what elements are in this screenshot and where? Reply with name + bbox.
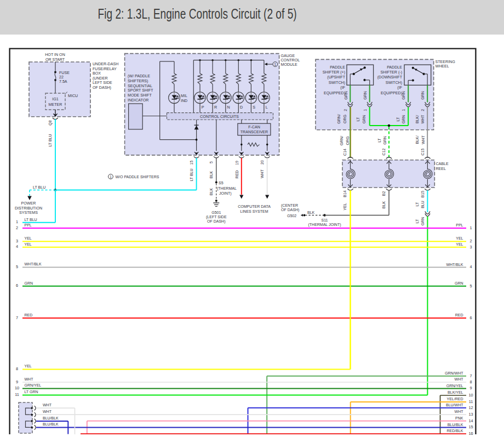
svg-text:GRN: GRN	[421, 91, 425, 100]
svg-text:1: 1	[469, 225, 472, 230]
svg-text:JOINT): JOINT)	[219, 191, 232, 196]
svg-text:PPL: PPL	[25, 223, 32, 227]
svg-text:BLU/WHT: BLU/WHT	[446, 403, 463, 407]
svg-text:MIL: MIL	[181, 94, 187, 98]
svg-text:IND: IND	[181, 99, 187, 103]
svg-text:SPORT SHIFT: SPORT SHIFT	[128, 88, 153, 93]
svg-text:PPL: PPL	[456, 223, 463, 227]
svg-text:LT BLU: LT BLU	[33, 185, 45, 190]
svg-text:SHIFTER (+): SHIFTER (+)	[323, 70, 345, 75]
svg-text:WHT: WHT	[455, 377, 464, 381]
svg-text:YEL: YEL	[25, 364, 32, 368]
svg-text:16: 16	[468, 431, 473, 436]
svg-text:B14: B14	[343, 190, 347, 197]
svg-text:YEL: YEL	[456, 242, 463, 246]
svg-text:P: P	[202, 105, 204, 110]
svg-text:WHT: WHT	[421, 115, 425, 124]
svg-text:S11: S11	[322, 218, 328, 222]
svg-text:R: R	[214, 105, 217, 110]
svg-text:8: 8	[469, 379, 472, 384]
svg-text:FUSE/RELAY: FUSE/RELAY	[93, 67, 117, 71]
svg-text:(DOWNSHIFT: (DOWNSHIFT	[377, 75, 403, 80]
svg-text:1: 1	[16, 219, 18, 224]
svg-text:GRN/YEL: GRN/YEL	[446, 384, 463, 388]
svg-text:YEL: YEL	[456, 236, 463, 240]
svg-text:(IF: (IF	[397, 86, 402, 90]
svg-text:PNK: PNK	[455, 416, 463, 420]
svg-text:8: 8	[16, 366, 18, 371]
svg-text:REEL: REEL	[436, 167, 446, 171]
svg-text:BLK/YEL: BLK/YEL	[448, 390, 463, 394]
svg-text:BLU/BLK: BLU/BLK	[43, 422, 59, 426]
svg-text:15: 15	[190, 161, 193, 165]
svg-text:B15: B15	[421, 191, 425, 198]
svg-text:LT: LT	[415, 219, 419, 223]
svg-text:BLK: BLK	[209, 188, 213, 196]
svg-text:LEFT SIDE: LEFT SIDE	[93, 81, 112, 85]
svg-text:EQUIPPED): EQUIPPED)	[324, 91, 345, 95]
svg-text:BLK: BLK	[382, 201, 386, 209]
svg-text:MICU: MICU	[68, 94, 78, 98]
svg-text:RED/BLK: RED/BLK	[447, 429, 463, 433]
svg-text:1: 1	[363, 109, 367, 111]
svg-text:SWITCH): SWITCH)	[386, 81, 402, 85]
svg-text:IG1: IG1	[52, 97, 58, 101]
svg-text:1: 1	[402, 109, 405, 111]
svg-text:G502: G502	[287, 214, 296, 218]
svg-text:2: 2	[344, 109, 348, 111]
svg-text:OF DASH): OF DASH)	[207, 219, 225, 224]
svg-text:LT BLU: LT BLU	[25, 218, 37, 222]
svg-text:SHIFTERS): SHIFTERS)	[128, 79, 148, 83]
svg-text:RED: RED	[455, 313, 463, 317]
svg-text:GRN: GRN	[421, 217, 425, 226]
svg-text:WHT: WHT	[43, 410, 52, 413]
svg-text:D: D	[240, 105, 243, 110]
svg-text:12: 12	[468, 405, 473, 410]
svg-text:SYSTEMS: SYSTEMS	[19, 211, 38, 215]
svg-text:L: L	[266, 105, 268, 110]
svg-text:WHT/BLK: WHT/BLK	[446, 263, 463, 266]
svg-text:CONTROL CIRCUITS: CONTROL CIRCUITS	[200, 114, 239, 119]
svg-text:OR START: OR START	[45, 58, 65, 62]
svg-text:GRN: GRN	[455, 281, 463, 285]
svg-text:WHT: WHT	[455, 410, 464, 413]
svg-text:LT BLU: LT BLU	[48, 134, 52, 146]
svg-text:Fig 2: 1.3L, Engine Controls C: Fig 2: 1.3L, Engine Controls Circuit (2 …	[98, 6, 297, 21]
svg-text:WHT: WHT	[421, 135, 425, 144]
svg-text:COMPUTER DATA: COMPUTER DATA	[238, 205, 271, 208]
svg-text:CABLE: CABLE	[436, 162, 449, 166]
svg-text:15: 15	[468, 424, 473, 429]
svg-text:INDICATOR: INDICATOR	[128, 98, 148, 103]
svg-text:10: 10	[15, 385, 19, 390]
svg-text:RED: RED	[25, 313, 33, 317]
svg-text:5: 5	[16, 264, 18, 269]
svg-text:GRN: GRN	[402, 91, 405, 100]
svg-text:ORG: ORG	[343, 115, 347, 123]
svg-text:GRN: GRN	[402, 115, 405, 124]
svg-text:SEQUENTIAL: SEQUENTIAL	[128, 84, 152, 88]
svg-text:DISTRIBUTION: DISTRIBUTION	[15, 206, 42, 211]
svg-text:GRN/YEL: GRN/YEL	[25, 383, 42, 387]
svg-text:(THERMAL JOINT): (THERMAL JOINT)	[308, 223, 341, 227]
svg-text:GRN/WHT: GRN/WHT	[445, 371, 463, 375]
svg-text:5: 5	[469, 283, 472, 288]
svg-text:METER: METER	[49, 103, 62, 107]
svg-text:3: 3	[16, 239, 18, 243]
svg-text:OF DASH): OF DASH)	[93, 86, 111, 90]
svg-text:6: 6	[16, 283, 18, 288]
svg-text:BLU/BLK: BLU/BLK	[448, 423, 463, 427]
svg-text:9: 9	[469, 385, 472, 390]
svg-text:11: 11	[469, 399, 473, 404]
svg-text:1: 1	[274, 63, 277, 66]
svg-text:PADDLE: PADDLE	[330, 65, 345, 70]
svg-text:YEL: YEL	[343, 203, 347, 210]
svg-text:W/O PADDLE SHIFTERS: W/O PADDLE SHIFTERS	[116, 175, 159, 179]
svg-text:GRN: GRN	[362, 115, 366, 124]
svg-text:BLK: BLK	[209, 171, 213, 179]
svg-text:EQUIPPED): EQUIPPED)	[381, 91, 402, 95]
svg-text:LT: LT	[415, 202, 419, 206]
svg-text:HOT IN ON: HOT IN ON	[45, 53, 65, 57]
svg-text:YEL/RED: YEL/RED	[447, 397, 463, 401]
svg-text:BLU: BLU	[421, 201, 425, 208]
svg-text:GRN: GRN	[25, 281, 33, 285]
